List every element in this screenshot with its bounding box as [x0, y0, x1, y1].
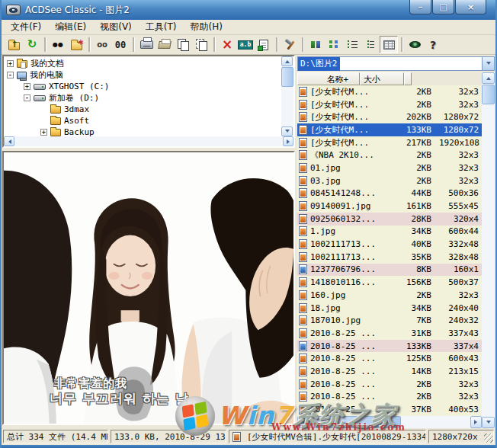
find-button[interactable]: ●●: [49, 36, 67, 53]
resize-grip[interactable]: [484, 434, 493, 443]
list-horizontal-scrollbar[interactable]: [297, 416, 482, 428]
view-icons-button[interactable]: [325, 36, 343, 53]
tree-item[interactable]: + Backup: [4, 126, 281, 136]
tree-expander[interactable]: +: [24, 83, 30, 90]
scroll-down-button[interactable]: [482, 417, 495, 428]
menu-item[interactable]: 工具(T): [139, 19, 184, 35]
describe-button[interactable]: [255, 36, 273, 53]
tree-item[interactable]: + XTGHOST (C:): [4, 81, 281, 92]
scrollbar-thumb[interactable]: [309, 416, 401, 428]
tree-horizontal-scrollbar[interactable]: [4, 136, 293, 146]
2010-8-25 ...[interactable]: 2010-8-25 ... 31KB 337x43: [297, 327, 482, 340]
03.jpg[interactable]: 03.jpg 2KB 32x3: [297, 174, 482, 187]
1002111713...[interactable]: 1002111713... 40KB 332x48: [297, 238, 482, 251]
file-type-icon: [299, 163, 307, 173]
close-button[interactable]: ×: [455, 0, 486, 14]
scroll-up-button[interactable]: [281, 56, 293, 66]
scrollbar-thumb[interactable]: [482, 85, 495, 104]
menu-item[interactable]: 编辑(E): [48, 19, 93, 35]
scroll-left-button[interactable]: [4, 136, 14, 146]
[少女时代M...[interactable]: [少女时代M... 2KB 32x3: [297, 98, 482, 111]
tree-expander[interactable]: -: [24, 94, 30, 101]
toolbar-button[interactable]: [44, 37, 46, 52]
tree-expander[interactable]: +: [7, 60, 14, 67]
column-header[interactable]: [404, 72, 412, 85]
1418010116...[interactable]: 1418010116... 156KB 500x37: [297, 276, 482, 289]
toolbar-button[interactable]: [133, 37, 134, 52]
toolbar-button[interactable]: [88, 37, 90, 52]
quick-view-button[interactable]: [406, 36, 424, 53]
scroll-left-button[interactable]: [297, 416, 309, 428]
file-size: 31KB: [377, 328, 439, 338]
tree-expander[interactable]: +: [40, 129, 47, 136]
tree-item[interactable]: 3dmax: [4, 104, 281, 115]
tree-vertical-scrollbar[interactable]: [281, 56, 293, 136]
view-details-button[interactable]: [380, 36, 398, 53]
combobox-dropdown-button[interactable]: [482, 57, 494, 70]
187010.jpg[interactable]: 187010.jpg 7KB 240x32: [297, 314, 482, 327]
0925060132...[interactable]: 0925060132... 28KB 320x4: [297, 213, 482, 226]
rename-button[interactable]: a.b: [236, 36, 255, 53]
paste-button[interactable]: [192, 36, 210, 53]
1237706796...[interactable]: 1237706796... 8KB 160x1: [297, 264, 482, 277]
preview-small-button[interactable]: oo: [93, 36, 111, 53]
2010-8-25[interactable]: 2010-8-25 37KB 400x53: [297, 403, 482, 416]
tree-item[interactable]: - 我的电脑: [4, 69, 281, 81]
view-list-button[interactable]: [343, 36, 361, 53]
2010-8-25 ...[interactable]: 2010-8-25 ... 2KB 32x3: [297, 391, 482, 404]
scrollbar-thumb[interactable]: [281, 67, 293, 87]
160.jpg[interactable]: 160.jpg 2KB 32x3: [297, 289, 482, 302]
toolbar-button[interactable]: [401, 37, 402, 52]
view-smalllist-button[interactable]: [361, 36, 380, 53]
preview-large-button[interactable]: 00: [111, 36, 130, 53]
list-vertical-scrollbar[interactable]: [482, 72, 495, 428]
2010-8-25 ...[interactable]: 2010-8-25 ... 2KB 32x3: [297, 378, 482, 391]
path-combobox[interactable]: D:\图片2: [297, 56, 495, 71]
path-text[interactable]: D:\图片2: [298, 57, 340, 71]
favorites-button[interactable]: *: [67, 36, 85, 53]
1002111713...[interactable]: 1002111713... 35KB 328x48: [297, 251, 482, 264]
up-button[interactable]: ↑: [5, 36, 23, 53]
scroll-right-button[interactable]: [283, 136, 293, 146]
help-button[interactable]: ?: [424, 36, 442, 53]
print-button[interactable]: [137, 36, 156, 53]
scroll-down-button[interactable]: [281, 126, 293, 136]
toolbar-button[interactable]: [213, 37, 215, 52]
maximize-button[interactable]: □: [432, 0, 454, 14]
tree-item[interactable]: - 新加卷 (D:): [4, 92, 281, 104]
tools-button[interactable]: [281, 36, 299, 53]
copy-button[interactable]: [174, 36, 192, 53]
01.jpg[interactable]: 01.jpg 2KB 32x3: [297, 162, 482, 174]
tree-item[interactable]: + 我的文档: [4, 58, 281, 69]
[少女时代M...[interactable]: [少女时代M... 133KB 1280x72: [297, 123, 482, 136]
[少女时代M...[interactable]: [少女时代M... 202KB 1280x72: [297, 110, 482, 123]
titlebar[interactable]: ACDSee Classic - 图片2 – □ ×: [2, 0, 495, 20]
1.jpg[interactable]: 1.jpg 34KB 600x44: [297, 226, 482, 238]
scroll-right-button[interactable]: [470, 416, 482, 428]
refresh-button[interactable]: ↻: [23, 36, 41, 53]
18.jpg[interactable]: 18.jpg 34KB 240x40: [297, 302, 482, 315]
2010-8-25 ...[interactable]: 2010-8-25 ... 14KB 213x15: [297, 365, 482, 378]
acquire-button[interactable]: [156, 36, 174, 53]
09140091.jpg[interactable]: 09140091.jpg 161KB 555x45: [297, 200, 482, 213]
[少女时代M...[interactable]: [少女时代M... 2KB 32x3: [297, 85, 482, 98]
column-header[interactable]: 名称+: [297, 72, 360, 85]
menu-item[interactable]: 帮助(H): [184, 19, 229, 35]
tree-item[interactable]: Asoft: [4, 115, 281, 126]
view-thumbnails-button[interactable]: [306, 36, 325, 53]
menu-item[interactable]: 文件(F): [4, 19, 48, 35]
toolbar-button[interactable]: [276, 37, 277, 52]
scroll-up-button[interactable]: [482, 72, 495, 84]
2010-8-25 ...[interactable]: 2010-8-25 ... 133KB 337x4: [297, 340, 482, 353]
file-size: 34KB: [377, 226, 439, 236]
0845141248...[interactable]: 0845141248... 44KB 500x36: [297, 187, 482, 200]
[少女时代M...[interactable]: [少女时代M... 217KB 1920x108: [297, 136, 482, 149]
toolbar-button[interactable]: [302, 37, 303, 52]
delete-button[interactable]: ×: [218, 36, 236, 53]
menu-item[interactable]: 视图(V): [93, 19, 139, 35]
2010-8-25 ...[interactable]: 2010-8-25 ... 125KB 600x43: [297, 352, 482, 365]
《NBA 2K10...[interactable]: 《NBA 2K10... 2KB 32x3: [297, 149, 482, 162]
minimize-button[interactable]: –: [409, 0, 431, 14]
tree-expander[interactable]: -: [7, 72, 14, 78]
column-header[interactable]: 大小: [360, 72, 404, 85]
